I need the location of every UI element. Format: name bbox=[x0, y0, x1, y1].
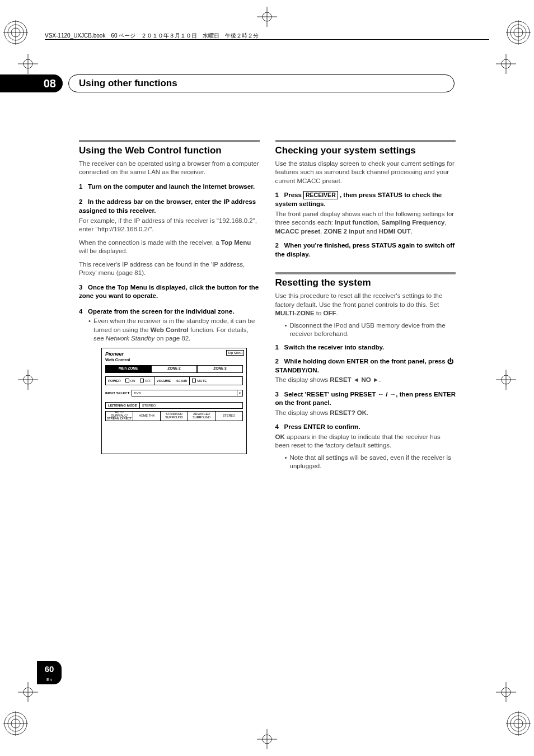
header-rule bbox=[45, 39, 489, 40]
step-title: When you're finished, press STATUS again… bbox=[275, 242, 455, 258]
text: . bbox=[379, 376, 381, 383]
power-off: OFF bbox=[138, 377, 154, 385]
step-body: This receiver's IP address can be found … bbox=[79, 260, 260, 278]
regmark-top-left bbox=[3, 20, 28, 45]
power-on: ON bbox=[123, 377, 138, 385]
power-volume-row: POWER ON OFF VOLUME -60.0dB MUTE bbox=[105, 376, 243, 385]
mode-button: STEREO bbox=[216, 412, 242, 421]
step-number: 2 bbox=[275, 242, 279, 249]
receiver-keycap: RECEIVER bbox=[303, 191, 338, 199]
bold-text: OK bbox=[275, 433, 285, 440]
checkbox-icon bbox=[192, 379, 196, 382]
input-value: DVD bbox=[134, 391, 141, 395]
text: While holding down ENTER on the front pa… bbox=[284, 358, 447, 365]
italic-text: Network Standby bbox=[106, 335, 155, 342]
bold-text: OFF bbox=[324, 310, 336, 316]
section-rule bbox=[275, 140, 456, 142]
step-title: Press ENTER to confirm. bbox=[284, 423, 360, 430]
bullet-text: Even when the receiver is in the standby… bbox=[93, 317, 260, 343]
bold-text: MCACC preset bbox=[275, 228, 321, 235]
step-number: 4 bbox=[275, 423, 279, 430]
step-3: 3 Once the Top Menu is displayed, click … bbox=[79, 283, 260, 301]
step-body: The display shows RESET ◄ NO ►. bbox=[275, 376, 456, 385]
step-body: OK appears in the display to indicate th… bbox=[275, 433, 456, 450]
step-4: 4 Press ENTER to confirm. bbox=[275, 423, 456, 432]
step-number: 1 bbox=[275, 344, 279, 351]
step-title: Select 'RESET' using PRESET ← / →, then … bbox=[275, 391, 456, 407]
listening-mode-label: LISTENING MODE bbox=[106, 403, 139, 408]
step-number: 2 bbox=[79, 198, 82, 205]
arrow-icons: ← / → bbox=[378, 391, 396, 398]
mute-label: MUTE bbox=[197, 379, 207, 383]
on-label: ON bbox=[130, 379, 135, 383]
regmark-top-right bbox=[506, 20, 531, 45]
mode-button: HOME THX bbox=[133, 412, 161, 421]
text: The display shows bbox=[275, 376, 330, 383]
text: Use this procedure to reset all the rece… bbox=[275, 292, 443, 308]
intro-text: The receiver can be operated using a bro… bbox=[79, 160, 260, 177]
intro-text: Use the status display screen to check y… bbox=[275, 160, 456, 186]
tab-zone-2: ZONE 2 bbox=[151, 365, 197, 373]
crossmark-right-lower bbox=[496, 682, 516, 702]
page-lang: En bbox=[37, 677, 62, 682]
text: When the connection is made with the rec… bbox=[79, 239, 221, 246]
text: and bbox=[364, 228, 379, 235]
text: will be displayed. bbox=[79, 248, 128, 254]
crossmark-left-lower bbox=[18, 682, 38, 702]
checkbox-icon bbox=[125, 379, 129, 382]
step-body: The display shows RESET? OK. bbox=[275, 409, 456, 418]
web-control-screenshot: Pioneer Top Menu Web Control Main ZONE Z… bbox=[101, 348, 247, 454]
step-body: When the connection is made with the rec… bbox=[79, 239, 260, 256]
step-title: Operate from the screen for the individu… bbox=[88, 308, 234, 315]
step-title: While holding down ENTER on the front pa… bbox=[275, 358, 454, 374]
bold-text: ZONE 2 input bbox=[324, 228, 364, 235]
content-area: Using the Web Control function The recei… bbox=[79, 140, 456, 475]
text: . bbox=[411, 228, 413, 235]
text: Press bbox=[284, 192, 304, 198]
bold-text: Input function bbox=[335, 219, 378, 226]
step-title: Turn on the computer and launch the Inte… bbox=[88, 183, 255, 190]
text: , bbox=[444, 219, 446, 226]
mode-button: ADVANCED SURROUND bbox=[188, 412, 216, 421]
step-title: Switch the receiver into standby. bbox=[284, 344, 385, 351]
mute-cell: MUTE bbox=[190, 377, 209, 385]
bullet-item: • Disconnect the iPod and USB memory dev… bbox=[275, 321, 456, 339]
step-number: 3 bbox=[275, 391, 279, 398]
section-rule bbox=[275, 272, 456, 274]
bullet-text: Note that all settings will be saved, ev… bbox=[290, 454, 456, 471]
input-select-dropdown: DVD ▾ bbox=[132, 390, 243, 396]
section-heading-resetting: Resetting the system bbox=[275, 277, 456, 290]
section-rule bbox=[79, 140, 260, 142]
step-1: 1 Switch the receiver into standby. bbox=[275, 343, 456, 352]
step-number: 2 bbox=[275, 358, 279, 365]
chapter-bar: 08 Using other functions bbox=[0, 77, 455, 91]
tab-zone-3: ZONE 3 bbox=[197, 365, 243, 373]
regmark-bottom-right bbox=[506, 711, 531, 736]
bullet-item: • Note that all settings will be saved, … bbox=[275, 454, 456, 471]
regmark-bottom-left bbox=[3, 711, 28, 736]
step-1: 1 Turn on the computer and launch the In… bbox=[79, 183, 260, 192]
step-body: The front panel display shows each of th… bbox=[275, 210, 456, 236]
listening-mode-row: LISTENING MODE STEREO bbox=[105, 402, 243, 409]
listening-mode-value: STEREO bbox=[140, 403, 158, 408]
step-number: 1 bbox=[79, 183, 82, 190]
brand-label: Pioneer bbox=[105, 351, 124, 357]
input-select-row: INPUT SELECT DVD ▾ bbox=[105, 389, 243, 398]
bold-text: RESET ◄ NO ► bbox=[330, 376, 379, 383]
step-2: 2 When you're finished, press STATUS aga… bbox=[275, 241, 456, 259]
checkbox-icon bbox=[140, 379, 144, 382]
mode-buttons-row: AUTO SURR/ALC/ STREAM DIRECT HOME THX ST… bbox=[105, 411, 243, 421]
right-column: Checking your system settings Use the st… bbox=[275, 140, 456, 475]
step-3: 3 Select 'RESET' using PRESET ← / →, the… bbox=[275, 390, 456, 408]
crossmark-bottom bbox=[257, 729, 277, 749]
step-title: Once the Top Menu is displayed, click th… bbox=[79, 284, 259, 300]
text: . bbox=[367, 409, 368, 416]
bullet-item: • Even when the receiver is in the stand… bbox=[79, 317, 260, 343]
bullet-icon: • bbox=[282, 454, 290, 471]
text: STANDBY/ON. bbox=[275, 367, 319, 374]
bullet-icon: • bbox=[86, 317, 93, 343]
section-heading-web-control: Using the Web Control function bbox=[79, 144, 260, 157]
step-title: Press RECEIVER , then press STATUS to ch… bbox=[275, 192, 442, 207]
step-number: 3 bbox=[79, 284, 82, 291]
chapter-number-badge: 08 bbox=[0, 74, 63, 92]
